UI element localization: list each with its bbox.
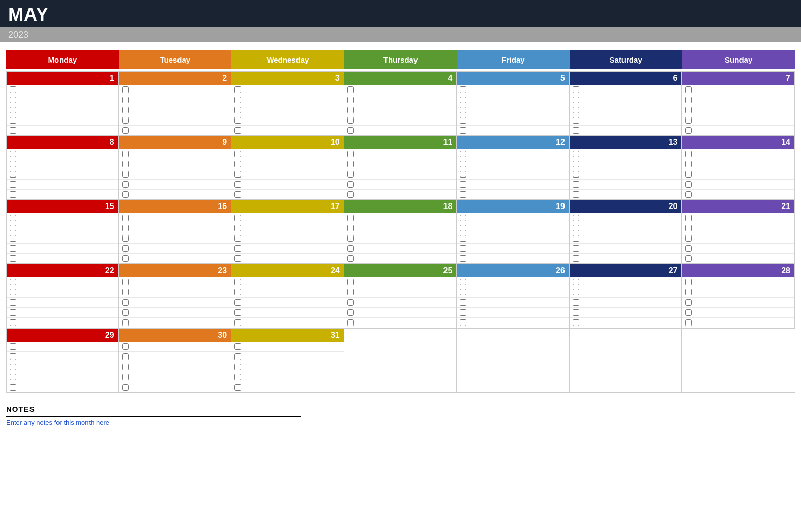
checkbox-day5-4[interactable] bbox=[460, 117, 466, 124]
checkbox-day3-2[interactable] bbox=[234, 97, 241, 103]
checkbox-day22-1[interactable] bbox=[10, 279, 16, 285]
checkbox-day1-1[interactable] bbox=[10, 86, 16, 93]
checkbox-day14-1[interactable] bbox=[685, 151, 692, 157]
checkbox-day30-4[interactable] bbox=[122, 374, 129, 380]
checkbox-day7-3[interactable] bbox=[685, 107, 692, 113]
checkbox-day11-3[interactable] bbox=[347, 171, 354, 178]
checkbox-day13-1[interactable] bbox=[573, 151, 579, 157]
checkbox-day3-5[interactable] bbox=[234, 127, 241, 134]
checkbox-day8-5[interactable] bbox=[10, 191, 16, 198]
checkbox-day8-1[interactable] bbox=[10, 151, 16, 157]
checkbox-day10-2[interactable] bbox=[234, 161, 241, 167]
checkbox-day17-5[interactable] bbox=[234, 255, 241, 262]
checkbox-day27-5[interactable] bbox=[573, 319, 579, 326]
checkbox-day19-4[interactable] bbox=[460, 245, 466, 252]
checkbox-day9-1[interactable] bbox=[122, 151, 129, 157]
checkbox-day27-3[interactable] bbox=[573, 299, 579, 306]
checkbox-day28-1[interactable] bbox=[685, 279, 692, 285]
checkbox-day9-3[interactable] bbox=[122, 171, 129, 178]
checkbox-day25-5[interactable] bbox=[347, 319, 354, 326]
checkbox-day20-3[interactable] bbox=[573, 235, 579, 242]
checkbox-day23-3[interactable] bbox=[122, 299, 129, 306]
checkbox-day1-4[interactable] bbox=[10, 117, 16, 124]
checkbox-day24-5[interactable] bbox=[234, 319, 241, 326]
checkbox-day19-5[interactable] bbox=[460, 255, 466, 262]
checkbox-day11-4[interactable] bbox=[347, 181, 354, 188]
checkbox-day20-4[interactable] bbox=[573, 245, 579, 252]
checkbox-day29-5[interactable] bbox=[10, 384, 16, 391]
checkbox-day23-2[interactable] bbox=[122, 289, 129, 295]
checkbox-day9-4[interactable] bbox=[122, 181, 129, 188]
checkbox-day8-2[interactable] bbox=[10, 161, 16, 167]
checkbox-day7-5[interactable] bbox=[685, 127, 692, 134]
checkbox-day26-2[interactable] bbox=[460, 289, 466, 295]
checkbox-day30-5[interactable] bbox=[122, 384, 129, 391]
checkbox-day9-2[interactable] bbox=[122, 161, 129, 167]
checkbox-day6-5[interactable] bbox=[573, 127, 579, 134]
checkbox-day21-4[interactable] bbox=[685, 245, 692, 252]
checkbox-day18-1[interactable] bbox=[347, 215, 354, 221]
checkbox-day21-1[interactable] bbox=[685, 215, 692, 221]
checkbox-day28-2[interactable] bbox=[685, 289, 692, 295]
checkbox-day5-1[interactable] bbox=[460, 86, 466, 93]
checkbox-day2-5[interactable] bbox=[122, 127, 129, 134]
checkbox-day13-4[interactable] bbox=[573, 181, 579, 188]
checkbox-day4-3[interactable] bbox=[347, 107, 354, 113]
checkbox-day31-4[interactable] bbox=[234, 374, 241, 380]
checkbox-day25-1[interactable] bbox=[347, 279, 354, 285]
checkbox-day17-4[interactable] bbox=[234, 245, 241, 252]
checkbox-day17-2[interactable] bbox=[234, 225, 241, 231]
checkbox-day26-3[interactable] bbox=[460, 299, 466, 306]
checkbox-day11-2[interactable] bbox=[347, 161, 354, 167]
checkbox-day2-2[interactable] bbox=[122, 97, 129, 103]
checkbox-day6-3[interactable] bbox=[573, 107, 579, 113]
checkbox-day4-1[interactable] bbox=[347, 86, 354, 93]
checkbox-day15-5[interactable] bbox=[10, 255, 16, 262]
checkbox-day8-3[interactable] bbox=[10, 171, 16, 178]
checkbox-day24-3[interactable] bbox=[234, 299, 241, 306]
checkbox-day2-3[interactable] bbox=[122, 107, 129, 113]
checkbox-day21-3[interactable] bbox=[685, 235, 692, 242]
checkbox-day26-5[interactable] bbox=[460, 319, 466, 326]
checkbox-day31-2[interactable] bbox=[234, 353, 241, 360]
checkbox-day5-3[interactable] bbox=[460, 107, 466, 113]
checkbox-day15-2[interactable] bbox=[10, 225, 16, 231]
checkbox-day14-4[interactable] bbox=[685, 181, 692, 188]
checkbox-day7-1[interactable] bbox=[685, 86, 692, 93]
checkbox-day24-2[interactable] bbox=[234, 289, 241, 295]
checkbox-day4-4[interactable] bbox=[347, 117, 354, 124]
checkbox-day3-1[interactable] bbox=[234, 86, 241, 93]
checkbox-day31-3[interactable] bbox=[234, 364, 241, 370]
checkbox-day20-2[interactable] bbox=[573, 225, 579, 231]
checkbox-day18-3[interactable] bbox=[347, 235, 354, 242]
checkbox-day16-4[interactable] bbox=[122, 245, 129, 252]
checkbox-day19-1[interactable] bbox=[460, 215, 466, 221]
checkbox-day12-2[interactable] bbox=[460, 161, 466, 167]
checkbox-day18-2[interactable] bbox=[347, 225, 354, 231]
checkbox-day15-3[interactable] bbox=[10, 235, 16, 242]
checkbox-day13-3[interactable] bbox=[573, 171, 579, 178]
checkbox-day29-3[interactable] bbox=[10, 364, 16, 370]
checkbox-day25-4[interactable] bbox=[347, 309, 354, 316]
checkbox-day14-2[interactable] bbox=[685, 161, 692, 167]
checkbox-day7-4[interactable] bbox=[685, 117, 692, 124]
checkbox-day10-3[interactable] bbox=[234, 171, 241, 178]
checkbox-day14-5[interactable] bbox=[685, 191, 692, 198]
checkbox-day24-4[interactable] bbox=[234, 309, 241, 316]
checkbox-day26-1[interactable] bbox=[460, 279, 466, 285]
checkbox-day1-5[interactable] bbox=[10, 127, 16, 134]
checkbox-day27-4[interactable] bbox=[573, 309, 579, 316]
checkbox-day17-3[interactable] bbox=[234, 235, 241, 242]
checkbox-day5-2[interactable] bbox=[460, 97, 466, 103]
checkbox-day6-1[interactable] bbox=[573, 86, 579, 93]
checkbox-day21-2[interactable] bbox=[685, 225, 692, 231]
checkbox-day11-1[interactable] bbox=[347, 151, 354, 157]
checkbox-day4-5[interactable] bbox=[347, 127, 354, 134]
checkbox-day18-5[interactable] bbox=[347, 255, 354, 262]
checkbox-day22-3[interactable] bbox=[10, 299, 16, 306]
checkbox-day27-2[interactable] bbox=[573, 289, 579, 295]
checkbox-day28-3[interactable] bbox=[685, 299, 692, 306]
checkbox-day13-5[interactable] bbox=[573, 191, 579, 198]
checkbox-day30-3[interactable] bbox=[122, 364, 129, 370]
checkbox-day8-4[interactable] bbox=[10, 181, 16, 188]
